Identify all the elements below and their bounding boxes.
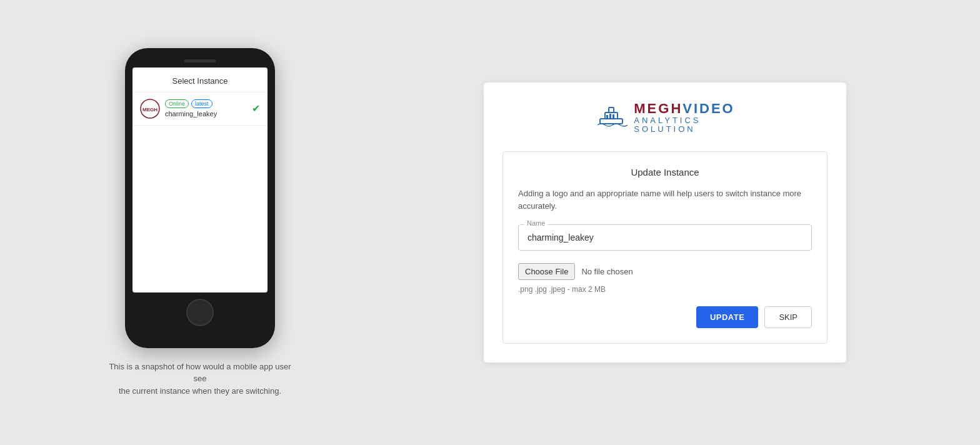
- update-button[interactable]: UPDATE: [696, 306, 758, 328]
- choose-file-button[interactable]: Choose File: [518, 263, 575, 280]
- phone-top-bar: [132, 56, 268, 68]
- name-label: Name: [524, 219, 548, 227]
- update-panel: MEGH VIDEO ANALYTICS SOLUTION Update Ins…: [484, 82, 846, 363]
- logo-text: MEGH VIDEO ANALYTICS SOLUTION: [634, 101, 734, 134]
- skip-button[interactable]: SKIP: [764, 306, 812, 328]
- check-icon: ✔: [252, 102, 260, 114]
- action-buttons: UPDATE SKIP: [518, 306, 812, 328]
- svg-rect-7: [612, 114, 614, 119]
- phone-bottom: [132, 292, 268, 329]
- phone-speaker: [184, 59, 216, 62]
- logo-icon: [595, 101, 628, 134]
- file-row: Choose File No file chosen: [518, 263, 812, 280]
- name-field-wrapper: Name: [518, 224, 812, 251]
- panel-section: MEGH VIDEO ANALYTICS SOLUTION Update Ins…: [375, 12, 955, 432]
- panel-inner: Update Instance Adding a logo and an app…: [502, 151, 828, 344]
- logo-analytics: ANALYTICS: [634, 116, 734, 125]
- instance-item[interactable]: MEGH Online latest charming_leakey ✔: [132, 92, 268, 126]
- name-input[interactable]: [518, 224, 812, 251]
- badge-latest: latest: [191, 99, 212, 108]
- phone-home-button: [186, 299, 214, 326]
- screen-title: Select Instance: [132, 68, 268, 92]
- svg-rect-6: [609, 114, 611, 119]
- phone-mockup: Select Instance MEGH Online latest: [125, 48, 275, 348]
- logo-area: MEGH VIDEO ANALYTICS SOLUTION: [502, 101, 828, 134]
- phone-section: Select Instance MEGH Online latest: [25, 12, 375, 432]
- no-file-label: No file chosen: [581, 267, 632, 276]
- logo-megh: MEGH: [634, 101, 682, 116]
- instance-icon: MEGH: [140, 99, 160, 119]
- file-hint: .png .jpg .jpeg - max 2 MB: [518, 285, 812, 294]
- instance-badges: Online latest: [165, 99, 247, 108]
- logo-video: VIDEO: [682, 101, 734, 116]
- caption-text: This is a snapshot of how would a mobile…: [106, 361, 294, 398]
- panel-description: Adding a logo and an appropriate name wi…: [518, 188, 812, 212]
- instance-name: charming_leakey: [165, 110, 247, 118]
- svg-rect-2: [600, 119, 622, 124]
- svg-rect-4: [609, 108, 614, 112]
- panel-title: Update Instance: [518, 167, 812, 178]
- svg-text:MEGH: MEGH: [142, 106, 158, 112]
- logo-solution: SOLUTION: [634, 125, 734, 134]
- instance-info: Online latest charming_leakey: [165, 99, 247, 118]
- badge-online: Online: [165, 99, 189, 108]
- svg-rect-5: [606, 115, 608, 119]
- phone-screen: Select Instance MEGH Online latest: [132, 68, 268, 292]
